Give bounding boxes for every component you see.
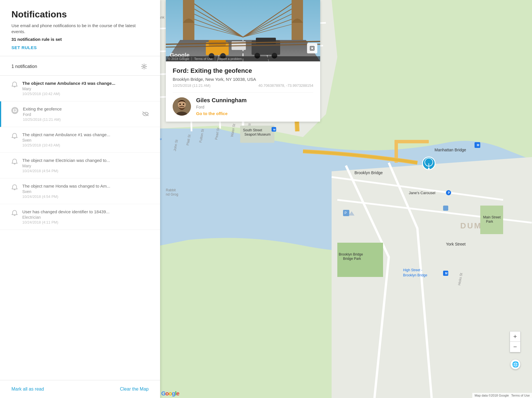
notification-title: The object name Electrician was changed … xyxy=(22,158,149,163)
clear-map-link[interactable]: Clear the Map xyxy=(120,387,149,392)
svg-text:Brooklyn Bridge: Brooklyn Bridge xyxy=(354,170,383,175)
svg-text:Park: Park xyxy=(486,220,493,224)
svg-text:Manhattan Bridge: Manhattan Bridge xyxy=(435,148,466,152)
street-view-report[interactable]: Report a problem xyxy=(215,57,242,61)
notification-content: User has changed device identifier to 18… xyxy=(22,209,149,224)
svg-text:Rabbit: Rabbit xyxy=(166,188,176,192)
svg-text:Brooklyn Bridge: Brooklyn Bridge xyxy=(339,252,363,256)
set-rules-link[interactable]: SET RULES xyxy=(11,45,37,50)
event-coordinates: 40.7063878978, -73.9973288154 xyxy=(258,83,313,88)
info-card: Google © 2018 Google Terms of Use Report… xyxy=(166,0,320,122)
notification-subtitle: Sven xyxy=(22,189,149,194)
bell-icon xyxy=(11,158,18,166)
list-item[interactable]: The object name Electrician was changed … xyxy=(0,153,160,178)
svg-text:York Street: York Street xyxy=(446,242,466,246)
zoom-controls: + − xyxy=(510,331,521,352)
svg-text:Main Street: Main Street xyxy=(483,215,501,219)
zoom-out-button[interactable]: − xyxy=(510,342,520,352)
event-address: Brooklyn Bridge, New York, NY 10038, USA xyxy=(173,77,313,82)
rotate-view-button[interactable] xyxy=(307,43,317,53)
svg-text:Seaport Museum: Seaport Museum xyxy=(244,132,270,136)
street-view-copyright: © 2018 Google xyxy=(168,57,189,61)
notification-time: 10/24/2018 (4:54 PM) xyxy=(22,169,149,173)
svg-text:P: P xyxy=(344,211,347,215)
svg-rect-3 xyxy=(394,140,429,143)
list-item[interactable]: Exiting the geofence Ford 10/25/2018 (11… xyxy=(0,101,160,127)
notification-time: 10/25/2018 (11:21 AM) xyxy=(23,117,149,122)
street-view[interactable]: Google © 2018 Google Terms of Use Report… xyxy=(166,0,320,61)
svg-text:M: M xyxy=(477,144,479,147)
svg-text:Jane's Carousel: Jane's Carousel xyxy=(409,191,435,195)
notification-content: Exiting the geofence Ford 10/25/2018 (11… xyxy=(23,106,149,122)
svg-text:M: M xyxy=(273,128,276,131)
notification-title: User has changed device identifier to 18… xyxy=(22,209,149,214)
svg-rect-41 xyxy=(443,206,448,211)
zoom-in-button[interactable]: + xyxy=(510,331,520,342)
person-avatar xyxy=(173,97,191,116)
notification-time: 10/25/2018 (10:42 AM) xyxy=(22,92,149,96)
notification-content: The object name Ambulance #1 was change.… xyxy=(22,132,149,147)
svg-text:P: P xyxy=(448,191,450,194)
notification-title: The object name Honda was changed to Am.… xyxy=(22,184,149,188)
svg-text:South Street: South Street xyxy=(243,128,262,132)
page-title: Notifications xyxy=(11,9,149,20)
map-copyright: Map data ©2018 Google xyxy=(475,394,509,397)
svg-text:M Fu: M Fu xyxy=(160,137,162,140)
notification-title: The object name Ambulance #1 was change.… xyxy=(22,132,149,137)
notification-list-header: 1 notification xyxy=(0,56,160,76)
mark-all-read-link[interactable]: Mark all as read xyxy=(11,387,44,392)
google-logo-map: Google xyxy=(161,390,179,397)
svg-text:M: M xyxy=(445,272,447,275)
notification-content: The object name Honda was changed to Am.… xyxy=(22,184,149,199)
svg-point-87 xyxy=(183,104,184,105)
notification-list-section: 1 notification The object xyxy=(0,56,160,398)
globe-button[interactable]: 🌐 xyxy=(510,359,521,369)
notification-time: 10/24/2018 (4:11 PM) xyxy=(22,220,149,224)
hide-notification-button[interactable] xyxy=(142,111,149,117)
map-attribution: Map data ©2018 Google Terms of Use xyxy=(472,393,532,398)
event-timestamp: 10/25/2018 (11:21 AM) xyxy=(173,83,210,88)
svg-text:Brooklyn Bridge: Brooklyn Bridge xyxy=(403,273,427,277)
street-view-terms[interactable]: Terms of Use xyxy=(192,57,213,61)
notification-items-list: The object name Ambulance #3 was change.… xyxy=(0,76,160,380)
list-item[interactable]: The object name Ambulance #1 was change.… xyxy=(0,127,160,153)
person-vehicle: Ford xyxy=(196,105,247,109)
bell-icon xyxy=(11,133,18,141)
notification-subtitle: Sven xyxy=(22,138,149,142)
notification-content: The object name Ambulance #3 was change.… xyxy=(22,81,149,96)
list-item[interactable]: The object name Ambulance #3 was change.… xyxy=(0,76,160,101)
event-title: Ford: Exiting the geofence xyxy=(173,67,313,75)
event-info-content: Ford: Exiting the geofence Brooklyn Brid… xyxy=(166,61,320,122)
svg-text:rank: rank xyxy=(160,15,165,19)
notification-title: Exiting the geofence xyxy=(23,106,149,111)
event-meta: 10/25/2018 (11:21 AM) 40.7063878978, -73… xyxy=(173,83,313,93)
person-task[interactable]: Go to the office xyxy=(196,111,247,116)
notification-time: 10/24/2018 (4:54 PM) xyxy=(22,194,149,199)
notification-title: The object name Ambulance #3 was change.… xyxy=(22,81,149,86)
list-item[interactable]: User has changed device identifier to 18… xyxy=(0,204,160,230)
notification-time: 10/25/2018 (10:43 AM) xyxy=(22,143,149,147)
notification-subtitle: Electrician xyxy=(22,215,149,220)
person-info-section: Giles Cunningham Ford Go to the office xyxy=(173,93,313,116)
list-item[interactable]: The object name Honda was changed to Am.… xyxy=(0,178,160,204)
notification-subtitle: Mary xyxy=(22,164,149,168)
geofence-icon xyxy=(11,107,18,114)
map-terms[interactable]: Terms of Use xyxy=(511,394,530,397)
svg-rect-82 xyxy=(310,46,314,50)
notification-subtitle: Ford xyxy=(23,112,149,117)
notifications-header: Notifications Use email and phone notifi… xyxy=(0,0,160,56)
notification-subtitle: Mary xyxy=(22,87,149,91)
bell-icon xyxy=(11,184,18,192)
person-details: Giles Cunningham Ford Go to the office xyxy=(196,97,247,116)
svg-rect-83 xyxy=(311,47,313,49)
settings-button[interactable] xyxy=(140,62,149,71)
bell-icon xyxy=(11,81,18,89)
svg-point-48 xyxy=(143,66,145,68)
person-name: Giles Cunningham xyxy=(196,97,247,104)
svg-text:High Street -: High Street - xyxy=(403,268,422,272)
notification-list-count: 1 notification xyxy=(11,64,37,69)
svg-point-86 xyxy=(180,104,181,105)
notification-rule-count: 31 notification rule is set xyxy=(11,37,149,42)
notification-content: The object name Electrician was changed … xyxy=(22,158,149,173)
svg-text:nd Grog: nd Grog xyxy=(166,192,178,196)
